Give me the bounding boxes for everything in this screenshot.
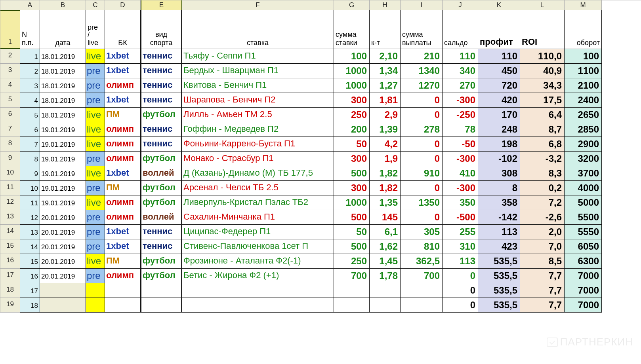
- cell-K2[interactable]: 110: [478, 49, 520, 64]
- cell-C3[interactable]: pre: [86, 64, 105, 78]
- cell-K5[interactable]: 420: [478, 93, 520, 108]
- cell-C2[interactable]: live: [86, 49, 105, 64]
- cell-B2[interactable]: 18.01.2019: [40, 49, 86, 64]
- cell-D6[interactable]: ПМ: [105, 108, 141, 122]
- cell-H18[interactable]: [370, 283, 401, 298]
- cell-A12[interactable]: 11: [20, 195, 40, 210]
- cell-F11[interactable]: Арсенал - Челси ТБ 2.5: [182, 181, 334, 195]
- cell-M13[interactable]: 5500: [565, 210, 602, 225]
- cell-A17[interactable]: 16: [20, 269, 40, 283]
- cell-F7[interactable]: Гоффин - Медведев П2: [182, 122, 334, 137]
- cell-F2[interactable]: Тьяфу - Сеппи П1: [182, 49, 334, 64]
- col-header-G[interactable]: G: [334, 0, 370, 10]
- cell-H6[interactable]: 2,9: [370, 108, 401, 122]
- cell-K6[interactable]: 170: [478, 108, 520, 122]
- cell-E12[interactable]: футбол: [141, 195, 182, 210]
- cell-G12[interactable]: 1000: [334, 195, 370, 210]
- cell-M14[interactable]: 5550: [565, 225, 602, 239]
- cell-K7[interactable]: 248: [478, 122, 520, 137]
- cell-D3[interactable]: 1xbet: [105, 64, 141, 78]
- cell-G7[interactable]: 200: [334, 122, 370, 137]
- cell-H19[interactable]: [370, 298, 401, 313]
- cell-E9[interactable]: футбол: [141, 152, 182, 166]
- cell-B15[interactable]: 20.01.2019: [40, 239, 86, 254]
- cell-I13[interactable]: 0: [401, 210, 443, 225]
- cell-K19[interactable]: 535,5: [478, 298, 520, 313]
- cell-D19[interactable]: [105, 298, 141, 313]
- row-header-18[interactable]: 18: [0, 283, 20, 298]
- cell-D5[interactable]: 1xbet: [105, 93, 141, 108]
- cell-G13[interactable]: 500: [334, 210, 370, 225]
- cell-G10[interactable]: 500: [334, 166, 370, 181]
- cell-B12[interactable]: 19.01.2019: [40, 195, 86, 210]
- col-header-C[interactable]: C: [86, 0, 105, 10]
- cell-L11[interactable]: 0,2: [520, 181, 565, 195]
- cell-G14[interactable]: 50: [334, 225, 370, 239]
- cell-C13[interactable]: pre: [86, 210, 105, 225]
- hdr-F[interactable]: ставка: [182, 10, 334, 49]
- hdr-J[interactable]: сальдо: [443, 10, 478, 49]
- cell-D18[interactable]: [105, 283, 141, 298]
- cell-A16[interactable]: 15: [20, 254, 40, 269]
- cell-I19[interactable]: [401, 298, 443, 313]
- cell-G3[interactable]: 1000: [334, 64, 370, 78]
- cell-J17[interactable]: 0: [443, 269, 478, 283]
- cell-A5[interactable]: 4: [20, 93, 40, 108]
- cell-F4[interactable]: Квитова - Бенчич П1: [182, 78, 334, 93]
- hdr-H[interactable]: к-т: [370, 10, 401, 49]
- cell-A2[interactable]: 1: [20, 49, 40, 64]
- cell-F5[interactable]: Шарапова - Бенчич П2: [182, 93, 334, 108]
- cell-L5[interactable]: 17,5: [520, 93, 565, 108]
- cell-L12[interactable]: 7,2: [520, 195, 565, 210]
- cell-M4[interactable]: 2100: [565, 78, 602, 93]
- cell-J4[interactable]: 270: [443, 78, 478, 93]
- cell-A8[interactable]: 7: [20, 137, 40, 152]
- cell-I15[interactable]: 810: [401, 239, 443, 254]
- cell-D10[interactable]: 1xbet: [105, 166, 141, 181]
- cell-A4[interactable]: 3: [20, 78, 40, 93]
- cell-F17[interactable]: Бетис - Жирона Ф2 (+1): [182, 269, 334, 283]
- col-header-B[interactable]: B: [40, 0, 86, 10]
- hdr-D[interactable]: БК: [105, 10, 141, 49]
- cell-B6[interactable]: 18.01.2019: [40, 108, 86, 122]
- cell-H16[interactable]: 1,45: [370, 254, 401, 269]
- cell-C17[interactable]: pre: [86, 269, 105, 283]
- cell-J10[interactable]: 410: [443, 166, 478, 181]
- cell-M5[interactable]: 2400: [565, 93, 602, 108]
- cell-K15[interactable]: 423: [478, 239, 520, 254]
- cell-K9[interactable]: -102: [478, 152, 520, 166]
- cell-E7[interactable]: теннис: [141, 122, 182, 137]
- cell-M7[interactable]: 2850: [565, 122, 602, 137]
- row-header-7[interactable]: 7: [0, 122, 20, 137]
- cell-A10[interactable]: 9: [20, 166, 40, 181]
- cell-E5[interactable]: теннис: [141, 93, 182, 108]
- cell-M11[interactable]: 4000: [565, 181, 602, 195]
- cell-C11[interactable]: pre: [86, 181, 105, 195]
- col-header-F[interactable]: F: [182, 0, 334, 10]
- cell-J14[interactable]: 255: [443, 225, 478, 239]
- cell-H13[interactable]: 145: [370, 210, 401, 225]
- cell-E16[interactable]: футбол: [141, 254, 182, 269]
- cell-M3[interactable]: 1100: [565, 64, 602, 78]
- cell-B11[interactable]: 19.01.2019: [40, 181, 86, 195]
- cell-E19[interactable]: [141, 298, 182, 313]
- cell-F18[interactable]: [182, 283, 334, 298]
- cell-F19[interactable]: [182, 298, 334, 313]
- cell-K13[interactable]: -142: [478, 210, 520, 225]
- cell-G17[interactable]: 700: [334, 269, 370, 283]
- cell-L19[interactable]: 7,7: [520, 298, 565, 313]
- cell-L16[interactable]: 8,5: [520, 254, 565, 269]
- cell-L7[interactable]: 8,7: [520, 122, 565, 137]
- col-header-M[interactable]: M: [565, 0, 602, 10]
- cell-B19[interactable]: [40, 298, 86, 313]
- cell-I10[interactable]: 910: [401, 166, 443, 181]
- cell-A3[interactable]: 2: [20, 64, 40, 78]
- cell-I14[interactable]: 305: [401, 225, 443, 239]
- cell-I4[interactable]: 1270: [401, 78, 443, 93]
- cell-E14[interactable]: теннис: [141, 225, 182, 239]
- cell-F15[interactable]: Стивенс-Павлюченкова 1сет П: [182, 239, 334, 254]
- cell-J19[interactable]: 0: [443, 298, 478, 313]
- cell-B4[interactable]: 18.01.2019: [40, 78, 86, 93]
- cell-A7[interactable]: 6: [20, 122, 40, 137]
- cell-G18[interactable]: [334, 283, 370, 298]
